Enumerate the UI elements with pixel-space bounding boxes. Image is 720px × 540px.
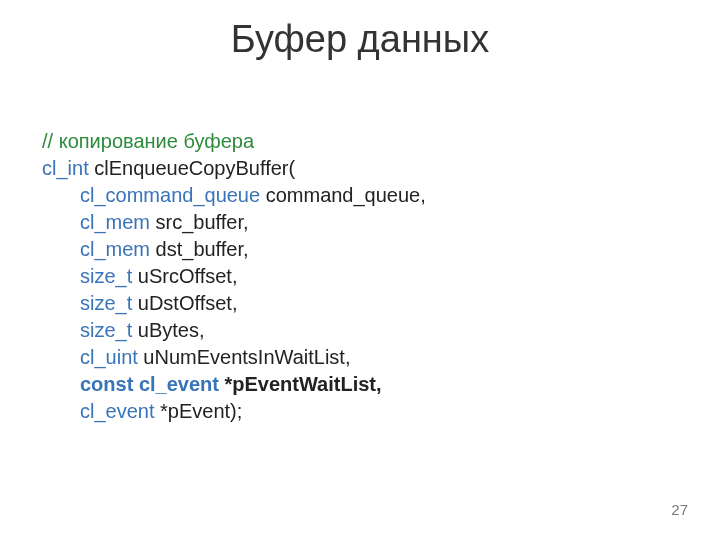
param-type: cl_event bbox=[133, 373, 224, 395]
code-param: cl_mem dst_buffer, bbox=[42, 236, 426, 263]
param-type: cl_mem bbox=[80, 238, 150, 260]
param-type: size_t bbox=[80, 265, 132, 287]
param-name: uSrcOffset, bbox=[132, 265, 237, 287]
code-param: cl_command_queue command_queue, bbox=[42, 182, 426, 209]
param-name: src_buffer, bbox=[150, 211, 249, 233]
param-type: cl_command_queue bbox=[80, 184, 260, 206]
function-name: clEnqueueCopyBuffer( bbox=[89, 157, 295, 179]
comment-text: // копирование буфера bbox=[42, 130, 254, 152]
code-comment: // копирование буфера bbox=[42, 128, 426, 155]
slide: Буфер данных // копирование буфера cl_in… bbox=[0, 0, 720, 540]
code-signature: cl_int clEnqueueCopyBuffer( bbox=[42, 155, 426, 182]
param-name: *pEvent); bbox=[155, 400, 243, 422]
param-const: const bbox=[80, 373, 133, 395]
code-param: cl_mem src_buffer, bbox=[42, 209, 426, 236]
param-type: cl_event bbox=[80, 400, 155, 422]
page-number: 27 bbox=[671, 501, 688, 518]
param-name: dst_buffer, bbox=[150, 238, 249, 260]
param-type: cl_mem bbox=[80, 211, 150, 233]
param-name: uNumEventsInWaitList, bbox=[138, 346, 351, 368]
return-type: cl_int bbox=[42, 157, 89, 179]
code-param: cl_event *pEvent); bbox=[42, 398, 426, 425]
param-type: size_t bbox=[80, 319, 132, 341]
param-type: cl_uint bbox=[80, 346, 138, 368]
code-param: size_t uBytes, bbox=[42, 317, 426, 344]
param-name: uBytes, bbox=[132, 319, 204, 341]
code-param: size_t uSrcOffset, bbox=[42, 263, 426, 290]
code-param-bold: const cl_event *pEventWaitList, bbox=[42, 371, 426, 398]
code-param: cl_uint uNumEventsInWaitList, bbox=[42, 344, 426, 371]
param-name: command_queue, bbox=[260, 184, 426, 206]
param-type: size_t bbox=[80, 292, 132, 314]
code-param: size_t uDstOffset, bbox=[42, 290, 426, 317]
param-name: *pEventWaitList, bbox=[225, 373, 382, 395]
param-name: uDstOffset, bbox=[132, 292, 237, 314]
code-block: // копирование буфера cl_int clEnqueueCo… bbox=[42, 128, 426, 425]
slide-title: Буфер данных bbox=[0, 0, 720, 61]
